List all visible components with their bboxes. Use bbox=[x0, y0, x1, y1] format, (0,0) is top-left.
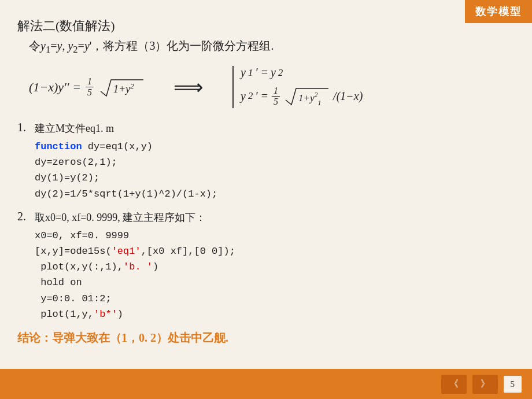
step-1-number: 1. bbox=[17, 121, 35, 134]
badge: 数学模型 bbox=[465, 0, 532, 23]
step-2: 2. 取x0=0, xf=0. 9999, 建立主程序如下： x0=0, xf=… bbox=[17, 210, 515, 322]
step-1-content: 建立M文件eq1. m function dy=eq1(x,y) dy=zero… bbox=[35, 121, 217, 202]
step-1-code: function dy=eq1(x,y) dy=zeros(2,1); dy(1… bbox=[35, 139, 217, 202]
step-2-number: 2. bbox=[17, 210, 35, 223]
next-button[interactable]: 》 bbox=[472, 375, 498, 394]
fraction-1-5: 1 5 bbox=[86, 76, 94, 98]
formula-right: y1′ = y2 y2′ = 1 5 1+y21 /(1−x) bbox=[232, 66, 363, 108]
prev-button[interactable]: 《 bbox=[441, 375, 467, 394]
keyword-function: function bbox=[35, 141, 82, 152]
formula-row: (1−x)y′′ = 1 5 1+y2 ⟹ bbox=[29, 66, 515, 108]
step-2-code: x0=0, xf=0. 9999 [x,y]=ode15s('eq1',[x0 … bbox=[35, 228, 235, 322]
step-1-text: 建立M文件eq1. m bbox=[35, 123, 114, 134]
svg-text:1+y21: 1+y21 bbox=[298, 91, 322, 107]
implication-arrow: ⟹ bbox=[173, 75, 204, 99]
subtitle: 令y1=y, y2=y'，将方程（3）化为一阶微分方程组. bbox=[29, 38, 515, 56]
badge-label: 数学模型 bbox=[475, 6, 522, 17]
step-2-text: 取x0=0, xf=0. 9999, 建立主程序如下： bbox=[35, 212, 206, 223]
bottom-nav-bar: 《 》 5 bbox=[0, 369, 532, 399]
right-eq2: y2′ = 1 5 1+y21 /(1−x) bbox=[241, 84, 363, 108]
formula-left: (1−x)y′′ = 1 5 1+y2 bbox=[29, 75, 145, 99]
svg-text:1+y2: 1+y2 bbox=[113, 81, 134, 95]
right-eq1: y1′ = y2 bbox=[241, 66, 363, 79]
step-2-content: 取x0=0, xf=0. 9999, 建立主程序如下： x0=0, xf=0. … bbox=[35, 210, 235, 322]
fraction-right: 1 5 bbox=[272, 86, 280, 107]
page-number: 5 bbox=[504, 376, 522, 393]
slide-container: 数学模型 解法二(数值解法) 令y1=y, y2=y'，将方程（3）化为一阶微分… bbox=[0, 0, 532, 399]
title-text: 解法二(数值解法) bbox=[17, 19, 115, 33]
sqrt-formula-svg: 1+y2 bbox=[98, 75, 145, 99]
sqrt-right-svg: 1+y21 bbox=[283, 84, 331, 108]
conclusion-text: 结论：导弹大致在（1，0. 2）处击中乙舰. bbox=[17, 331, 228, 344]
main-content: 解法二(数值解法) 令y1=y, y2=y'，将方程（3）化为一阶微分方程组. … bbox=[17, 17, 515, 346]
section-title: 解法二(数值解法) bbox=[17, 17, 515, 35]
step-1: 1. 建立M文件eq1. m function dy=eq1(x,y) dy=z… bbox=[17, 121, 515, 202]
conclusion: 结论：导弹大致在（1，0. 2）处击中乙舰. bbox=[17, 330, 515, 346]
